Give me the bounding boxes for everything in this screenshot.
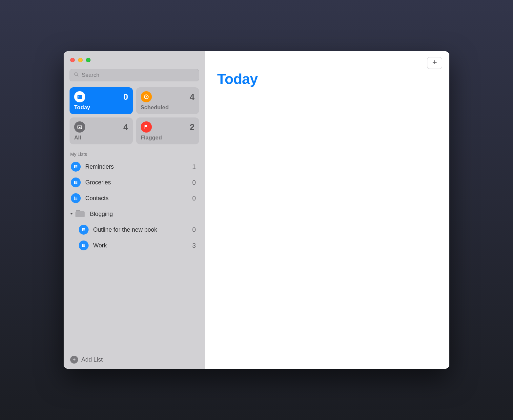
- svg-point-34: [82, 246, 83, 247]
- smart-lists: 0 Today 4 Scheduled: [70, 87, 199, 144]
- list-bullet-icon: [71, 193, 81, 203]
- list-bullet-icon: [71, 178, 81, 187]
- smart-list-today[interactable]: 0 Today: [70, 87, 133, 114]
- list-item-work[interactable]: Work 3: [68, 238, 200, 253]
- list-item-count: 1: [192, 163, 198, 171]
- svg-rect-3: [77, 95, 82, 96]
- list-bullet-icon: [79, 241, 89, 250]
- list-item-outline[interactable]: Outline for the new book 0: [68, 222, 200, 238]
- close-window-button[interactable]: [70, 58, 75, 62]
- smart-list-all[interactable]: 4 All: [70, 117, 133, 144]
- svg-point-12: [74, 181, 75, 182]
- list-bullet-icon: [71, 162, 81, 172]
- page-title: Today: [217, 71, 438, 87]
- new-reminder-button[interactable]: [427, 57, 442, 69]
- svg-point-28: [82, 231, 83, 231]
- list-item-groceries[interactable]: Groceries 0: [68, 175, 200, 190]
- svg-point-24: [82, 228, 83, 229]
- svg-line-1: [77, 75, 78, 76]
- plus-circle-icon: [70, 356, 78, 364]
- list-item-count: 3: [192, 242, 198, 249]
- flag-icon: [141, 121, 152, 133]
- plus-icon: [432, 59, 438, 67]
- section-header-my-lists: My Lists: [68, 151, 200, 159]
- list-item-label: Work: [93, 242, 192, 249]
- add-list-button[interactable]: Add List: [68, 353, 200, 365]
- svg-point-8: [74, 166, 75, 167]
- svg-point-0: [74, 73, 77, 75]
- search-input[interactable]: [82, 72, 195, 78]
- folder-icon: [75, 210, 85, 218]
- smart-list-label: Today: [74, 104, 128, 111]
- sidebar: 0 Today 4 Scheduled: [64, 51, 205, 369]
- list-item-count: 0: [192, 179, 198, 186]
- disclosure-triangle-icon[interactable]: [68, 212, 75, 216]
- svg-rect-4: [78, 96, 79, 97]
- list-item-contacts[interactable]: Contacts 0: [68, 190, 200, 206]
- tray-icon: [74, 121, 85, 133]
- svg-point-14: [74, 182, 75, 183]
- minimize-window-button[interactable]: [78, 58, 83, 62]
- folder-label: Blogging: [90, 211, 198, 218]
- smart-list-flagged[interactable]: 2 Flagged: [136, 117, 199, 144]
- calendar-today-icon: [74, 91, 85, 102]
- smart-list-scheduled[interactable]: 4 Scheduled: [136, 87, 199, 114]
- list-item-label: Groceries: [85, 179, 192, 186]
- smart-list-label: Flagged: [141, 135, 195, 141]
- search-field[interactable]: [70, 69, 199, 81]
- svg-point-26: [82, 229, 83, 230]
- add-list-label: Add List: [81, 356, 103, 363]
- list-item-label: Outline for the new book: [93, 226, 192, 233]
- main-content: Today: [205, 51, 449, 369]
- search-icon: [74, 72, 79, 78]
- list-item-count: 0: [192, 226, 198, 234]
- list-bullet-icon: [79, 225, 89, 235]
- smart-list-count: 4: [190, 92, 195, 102]
- smart-list-count: 2: [190, 122, 195, 132]
- folder-blogging[interactable]: Blogging: [68, 206, 200, 222]
- list-item-count: 0: [192, 195, 198, 202]
- svg-point-22: [74, 199, 75, 200]
- svg-point-10: [74, 168, 75, 168]
- list-item-label: Contacts: [85, 195, 192, 202]
- svg-point-20: [74, 198, 75, 199]
- svg-point-30: [82, 244, 83, 245]
- clock-icon: [141, 91, 152, 102]
- smart-list-label: All: [74, 135, 128, 141]
- fullscreen-window-button[interactable]: [86, 58, 91, 62]
- list-item-label: Reminders: [85, 163, 192, 170]
- list-item-reminders[interactable]: Reminders 1: [68, 159, 200, 175]
- svg-point-16: [74, 183, 75, 184]
- window-controls: [68, 56, 200, 69]
- smart-list-count: 4: [123, 122, 128, 132]
- smart-list-label: Scheduled: [141, 104, 195, 111]
- svg-point-6: [74, 165, 75, 166]
- smart-list-count: 0: [123, 92, 128, 102]
- svg-point-18: [74, 197, 75, 198]
- reminders-window: 0 Today 4 Scheduled: [64, 51, 449, 369]
- svg-point-32: [82, 245, 83, 246]
